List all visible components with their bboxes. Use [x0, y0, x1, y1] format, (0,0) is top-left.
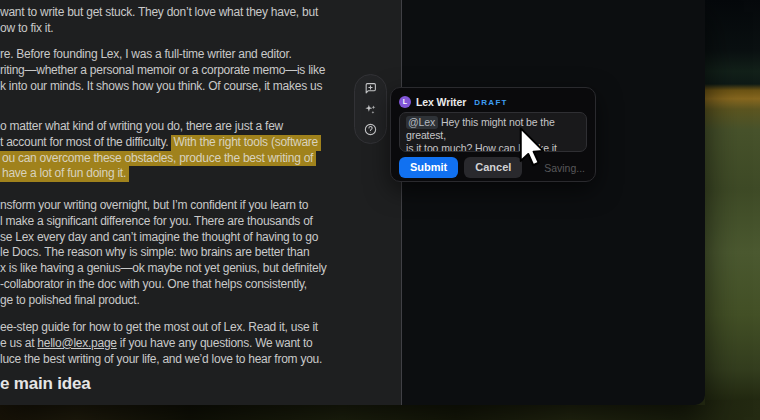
paragraph: o matter what kind of writing you do, th… — [0, 119, 391, 182]
comment-actions: Submit Cancel Saving... — [399, 157, 587, 178]
doc-text-segment: want to write but get stuck. They don’t … — [0, 5, 318, 19]
doc-text-segment: k into our minds. It shows how you think… — [0, 79, 322, 93]
doc-text-segment: riting—whether a personal memoir or a co… — [0, 63, 325, 77]
doc-line: re. Before founding Lex, I was a full-ti… — [0, 47, 391, 63]
help-icon[interactable] — [363, 122, 378, 137]
doc-text-segment: x is like having a genius—ok maybe not y… — [0, 261, 327, 275]
submit-button[interactable]: Submit — [399, 157, 458, 178]
doc-line: want to write but get stuck. They don’t … — [0, 5, 391, 21]
doc-line: le Docs. The reason why is simple: two b… — [0, 245, 391, 261]
highlighted-text: ou can overcome these obstacles, produce… — [0, 151, 316, 167]
side-panel — [401, 0, 705, 405]
doc-line: ow to fix it. — [0, 21, 391, 37]
doc-text-segment: ee-step guide for how to get the most ou… — [0, 320, 318, 334]
document-panel: want to write but get stuck. They don’t … — [0, 0, 401, 405]
doc-text-segment: l make a significant difference for you.… — [0, 214, 313, 228]
add-comment-icon[interactable] — [363, 81, 378, 96]
cancel-button[interactable]: Cancel — [464, 157, 522, 178]
doc-text-segment: t account for most of the difficulty. — [0, 135, 171, 149]
ai-sparkles-icon[interactable] — [363, 102, 378, 117]
doc-text-segment: nsform your writing overnight, but I’m c… — [0, 198, 308, 212]
doc-text-segment: ow to fix it. — [0, 21, 53, 35]
desktop-wallpaper-right — [700, 0, 760, 420]
doc-text-segment: luce the best writing of your life, and … — [0, 352, 322, 366]
doc-line: se Lex every day and can’t imagine the t… — [0, 230, 391, 246]
doc-line: e us at hello@lex.page if you have any q… — [0, 336, 391, 352]
doc-text-segment: le Docs. The reason why is simple: two b… — [0, 245, 309, 259]
doc-line: l make a significant difference for you.… — [0, 214, 391, 230]
doc-line: x is like having a genius—ok maybe not y… — [0, 261, 391, 277]
doc-text-segment: -collaborator in the doc with you. One t… — [0, 277, 307, 291]
doc-line: o matter what kind of writing you do, th… — [0, 119, 391, 135]
paragraph: re. Before founding Lex, I was a full-ti… — [0, 47, 391, 94]
doc-line: ou can overcome these obstacles, produce… — [0, 151, 391, 167]
email-link[interactable]: hello@lex.page — [37, 336, 116, 350]
section-heading: e main idea — [0, 376, 90, 392]
doc-text-segment: e us at — [0, 336, 37, 350]
paragraph: want to write but get stuck. They don’t … — [0, 5, 391, 37]
app-window: want to write but get stuck. They don’t … — [0, 0, 705, 405]
doc-line: ge to polished final product. — [0, 293, 391, 309]
floating-toolbar — [354, 74, 387, 144]
comment-header: L Lex Writer DRAFT — [399, 95, 587, 108]
mention-chip: @Lex — [406, 116, 438, 129]
comment-input[interactable]: @Lex Hey this might not be the greatest,… — [399, 112, 587, 152]
doc-line: have a lot of fun doing it. — [0, 166, 391, 182]
saving-status: Saving... — [544, 162, 587, 174]
doc-text-segment: se Lex every day and can’t imagine the t… — [0, 230, 318, 244]
highlighted-text: With the right tools (software — [171, 135, 321, 151]
doc-line: nsform your writing overnight, but I’m c… — [0, 198, 391, 214]
doc-line: k into our minds. It shows how you think… — [0, 79, 391, 95]
paragraph: ee-step guide for how to get the most ou… — [0, 320, 391, 367]
doc-text-segment: if you have any questions. We want to — [117, 336, 313, 350]
author-name: Lex Writer — [416, 96, 466, 108]
doc-line: riting—whether a personal memoir or a co… — [0, 63, 391, 79]
paragraph: nsform your writing overnight, but I’m c… — [0, 198, 391, 309]
doc-line: ee-step guide for how to get the most ou… — [0, 320, 391, 336]
doc-line: t account for most of the difficulty. Wi… — [0, 135, 391, 151]
draft-badge: DRAFT — [474, 98, 508, 107]
doc-text-segment: re. Before founding Lex, I was a full-ti… — [0, 47, 292, 61]
document-text: want to write but get stuck. They don’t … — [0, 0, 401, 405]
highlighted-text: have a lot of fun doing it. — [0, 166, 129, 182]
comment-popup: L Lex Writer DRAFT @Lex Hey this might n… — [390, 87, 596, 182]
doc-line: -collaborator in the doc with you. One t… — [0, 277, 391, 293]
doc-text-segment: ge to polished final product. — [0, 293, 140, 307]
avatar: L — [399, 96, 411, 108]
doc-line: luce the best writing of your life, and … — [0, 352, 391, 368]
doc-text-segment: o matter what kind of writing you do, th… — [0, 119, 283, 133]
